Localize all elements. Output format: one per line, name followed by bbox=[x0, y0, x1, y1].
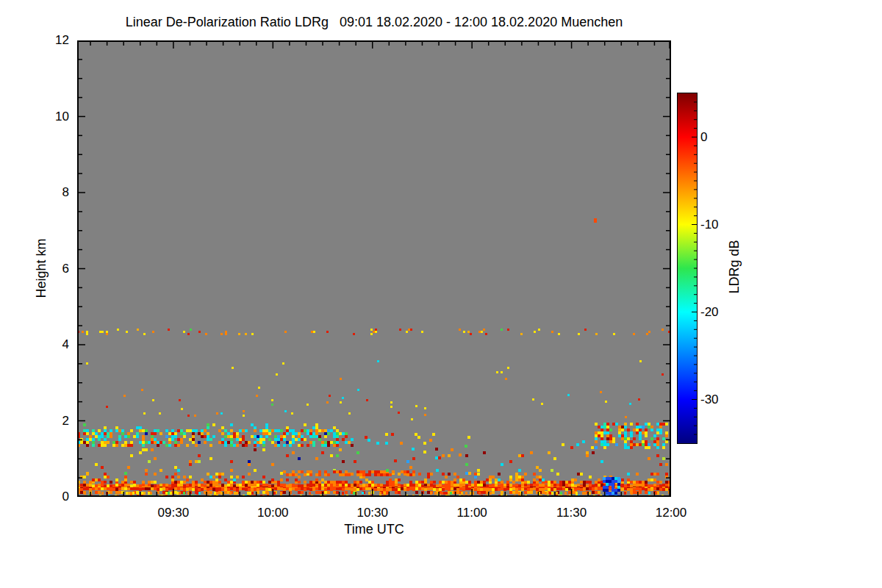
x-tick-label: 11:30 bbox=[541, 506, 603, 520]
y-tick-label: 8 bbox=[25, 185, 69, 200]
x-tick-label: 09:30 bbox=[143, 506, 204, 520]
colorbar-tick-label: -30 bbox=[700, 392, 745, 407]
x-axis-title: Time UTC bbox=[77, 522, 671, 537]
x-tick-label: 12:00 bbox=[640, 506, 702, 520]
x-tick-label: 10:30 bbox=[342, 506, 404, 520]
chart-title: Linear De-Polarization Ratio LDRg 09:01 … bbox=[74, 15, 675, 30]
colorbar-tick-label: -10 bbox=[700, 218, 745, 232]
ldr-time-height-figure: Linear De-Polarization Ratio LDRg 09:01 … bbox=[0, 0, 882, 588]
y-tick-label: 12 bbox=[25, 33, 69, 48]
colorbar-tick-label: 0 bbox=[700, 130, 745, 145]
y-axis-title: Height km bbox=[34, 238, 49, 298]
x-tick-label: 10:00 bbox=[242, 506, 304, 520]
y-tick-label: 0 bbox=[25, 490, 69, 504]
x-tick-label: 11:00 bbox=[441, 506, 503, 520]
y-tick-label: 2 bbox=[25, 414, 69, 429]
heatmap-plot-canvas bbox=[77, 40, 671, 497]
colorbar-tick-label: -20 bbox=[700, 305, 745, 320]
y-tick-label: 4 bbox=[25, 337, 69, 352]
colorbar-canvas bbox=[677, 93, 698, 444]
y-tick-label: 10 bbox=[25, 110, 69, 124]
colorbar-title: LDRg dB bbox=[727, 240, 742, 293]
